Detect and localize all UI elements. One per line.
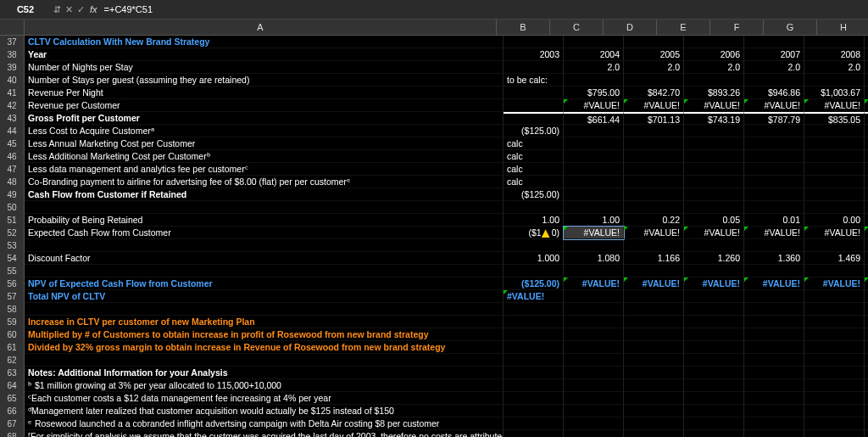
accept-icon[interactable]: ✓ [75,0,86,19]
cell[interactable] [684,367,744,379]
cell[interactable] [804,125,865,137]
cell[interactable]: Increase in CLTV per customer of new Mar… [25,316,504,328]
cell[interactable] [624,74,684,87]
row-header[interactable]: 56 [0,277,25,290]
cell[interactable]: Year [25,48,504,61]
cell[interactable] [684,163,744,176]
row-header[interactable]: 53 [0,239,25,252]
cell[interactable] [624,354,684,367]
cell[interactable]: 2.0 [804,61,865,74]
row-header[interactable]: 54 [0,252,25,265]
cell[interactable] [744,367,804,379]
cell[interactable]: $835.05 [804,112,865,125]
cell[interactable]: $885.16 [865,112,868,125]
column-header-A[interactable]: A [25,20,497,35]
formula-input[interactable]: =+C49*C51 [101,4,868,14]
cell[interactable]: 2009 [865,48,868,61]
row-header[interactable]: 44 [0,125,25,137]
cell[interactable] [804,354,865,367]
cell[interactable] [684,137,744,150]
cell[interactable]: $661.44 [564,112,624,125]
cell[interactable]: Gross Profit per Customer [25,112,504,125]
cell[interactable]: #VALUE! [865,277,868,290]
cell[interactable] [624,341,684,354]
cell[interactable] [504,99,564,112]
cell[interactable]: 1.469 [804,252,865,265]
cell[interactable] [684,125,744,137]
cell[interactable] [804,417,865,430]
cell[interactable] [504,201,564,214]
row-header[interactable]: 67 [0,417,25,430]
cell[interactable] [684,417,744,430]
cell[interactable] [504,239,564,252]
cell[interactable]: $1,003.67 [804,87,865,99]
cell[interactable] [564,379,624,392]
cell[interactable] [624,316,684,328]
cell[interactable] [504,430,564,437]
cell[interactable] [804,341,865,354]
cell[interactable] [564,125,624,137]
cell[interactable] [804,316,865,328]
cell[interactable] [865,367,868,379]
cell[interactable] [564,303,624,316]
column-header-D[interactable]: D [604,20,657,35]
cell[interactable] [804,290,865,303]
cell[interactable]: 2006 [684,48,744,61]
row-header[interactable]: 43 [0,112,25,125]
cell[interactable] [504,354,564,367]
cell[interactable] [804,74,865,87]
spreadsheet-grid[interactable]: 37CLTV Calculation With New Brand Strate… [0,36,868,437]
cell[interactable]: 2.0 [865,61,868,74]
row-header[interactable]: 48 [0,176,25,188]
cell[interactable] [684,341,744,354]
cell[interactable] [804,265,865,277]
row-header[interactable]: 52 [0,227,25,239]
cell[interactable]: #VALUE! [865,227,868,239]
cell[interactable] [865,379,868,392]
cell[interactable]: #VALUE! [744,277,804,290]
cell[interactable] [744,290,804,303]
cell[interactable] [865,316,868,328]
cell[interactable] [564,188,624,201]
cell[interactable] [744,405,804,417]
row-header[interactable]: 39 [0,61,25,74]
cell[interactable] [804,137,865,150]
cell[interactable]: $787.79 [744,112,804,125]
cell[interactable]: 1.587 [865,252,868,265]
cell[interactable] [684,379,744,392]
cell[interactable] [504,367,564,379]
cell[interactable] [624,328,684,341]
row-header[interactable]: 47 [0,163,25,176]
cell[interactable]: #VALUE! [684,227,744,239]
cell[interactable]: 1.260 [684,252,744,265]
cell[interactable] [804,239,865,252]
cell[interactable] [744,354,804,367]
cell[interactable] [804,163,865,176]
cell[interactable]: ($10) [504,227,564,239]
cell[interactable] [25,239,504,252]
cell[interactable]: Notes: Additional Information for your A… [25,367,504,379]
cell[interactable] [744,328,804,341]
cell[interactable] [564,137,624,150]
cell[interactable] [804,201,865,214]
cell[interactable] [564,36,624,48]
cell[interactable] [564,74,624,87]
cell[interactable] [865,405,868,417]
column-header-F[interactable]: F [710,20,764,35]
cell[interactable]: ᵈManagement later realized that customer… [25,405,504,417]
cell[interactable] [504,379,564,392]
cell[interactable] [564,201,624,214]
cell[interactable]: $946.86 [744,87,804,99]
cell[interactable]: #VALUE! [624,99,684,112]
cell[interactable]: 2004 [564,48,624,61]
cell[interactable] [804,430,865,437]
cell[interactable] [684,328,744,341]
cell[interactable] [744,392,804,405]
cell[interactable] [624,201,684,214]
cell[interactable] [865,290,868,303]
cell[interactable]: NPV of Expected Cash Flow from Customer [25,277,504,290]
cell[interactable] [684,354,744,367]
cell[interactable] [624,150,684,163]
cell[interactable]: #VALUE! [624,277,684,290]
cell[interactable] [684,405,744,417]
